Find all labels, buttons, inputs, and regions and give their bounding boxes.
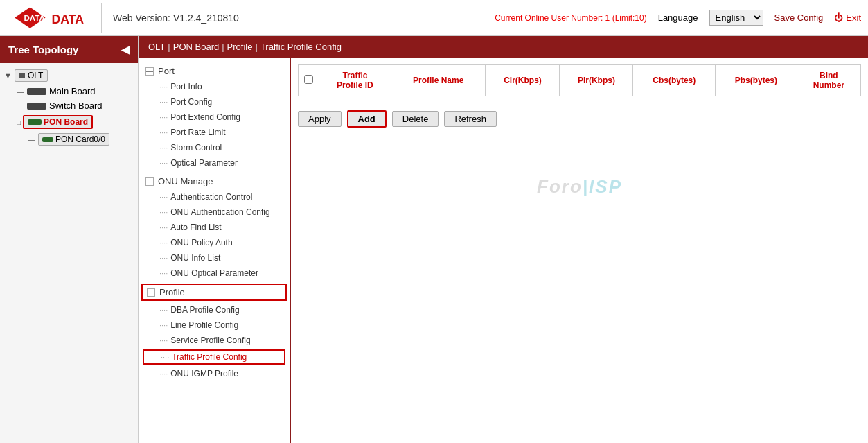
pon-board-badge: PON Board [23,115,93,129]
tree-dash-icon: — [17,87,24,96]
menu-label-onu-info-list: ONU Info List [170,253,220,263]
main-panel: TrafficProfile ID Profile Name Cir(Kbps)… [291,58,868,443]
port-section-header[interactable]: — Port [139,63,290,79]
refresh-button[interactable]: Refresh [444,111,497,127]
menu-label-auth-control: Authentication Control [170,192,252,202]
menu-label-port-extend-config: Port Extend Config [170,112,240,122]
dots-icon: ···· [159,98,168,106]
online-count: 1 [605,13,610,23]
menu-item-onu-info-list[interactable]: ···· ONU Info List [139,250,290,266]
menu-panel: — Port ···· Port Info ···· Port Config ·… [139,58,291,443]
delete-button[interactable]: Delete [392,111,439,127]
dots-icon: ···· [159,159,168,167]
menu-label-optical-parameter: Optical Parameter [170,158,238,168]
expand-pon-icon: □ [17,119,21,126]
dots-icon: ···· [159,144,168,152]
menu-label-onu-igmp-profile: ONU IGMP Profile [170,369,238,379]
add-button[interactable]: Add [347,110,387,128]
onu-manage-collapse-icon: — [145,177,154,186]
content-area: OLT | PON Board | Profile | Traffic Prof… [139,36,868,443]
menu-item-storm-control[interactable]: ···· Storm Control [139,140,290,155]
port-section-label: Port [158,66,175,76]
profile-section-label: Profile [159,287,185,297]
dots-icon: ···· [159,336,168,345]
sep3: | [255,42,257,52]
breadcrumb-traffic: Traffic Profile Config [260,42,342,52]
menu-item-traffic-profile[interactable]: ···· Traffic Profile Config [143,349,285,365]
sidebar-tree: ▼ OLT — Main Board — Switch Board □ [0,63,138,443]
onu-manage-section-label: ONU Manage [158,176,213,186]
menu-label-traffic-profile: Traffic Profile Config [172,352,247,362]
pon-card-label: PON Card0/0 [55,134,105,144]
port-collapse-icon: — [145,67,154,76]
logo-icon: DATA DATA [7,4,90,32]
menu-item-dba-profile[interactable]: ···· DBA Profile Config [139,302,290,318]
onu-manage-section-header[interactable]: — ONU Manage [139,173,290,189]
sidebar-item-pon-card[interactable]: — PON Card0/0 [0,131,138,148]
pon-card-badge: PON Card0/0 [38,133,109,146]
breadcrumb: OLT | PON Board | Profile | Traffic Prof… [139,36,868,58]
menu-item-optical-parameter[interactable]: ···· Optical Parameter [139,155,290,171]
dots-icon: ···· [159,128,168,137]
online-label: Current Online User Number: [495,13,603,23]
menu-label-onu-policy-auth: ONU Policy Auth [170,238,232,247]
olt-dot [19,73,25,78]
sidebar: Tree Topology ◀ ▼ OLT — Main Board — [0,36,139,443]
dots-icon: ···· [159,306,168,314]
watermark: Foro|ISP [291,134,868,225]
sep2: | [222,42,224,52]
menu-item-onu-igmp-profile[interactable]: ···· ONU IGMP Profile [139,366,290,381]
dots-icon: ···· [159,113,168,121]
sidebar-title: Tree Topology [8,44,78,55]
power-icon: ⏻ [834,12,843,23]
sidebar-item-pon-board[interactable]: □ PON Board [0,113,138,131]
menu-item-port-extend-config[interactable]: ···· Port Extend Config [139,110,290,125]
col-pbs: Pbs(bytes) [716,65,797,96]
menu-item-port-info[interactable]: ···· Port Info [139,79,290,94]
menu-label-onu-auth-config: ONU Authentication Config [170,207,269,217]
menu-item-onu-auth-config[interactable]: ···· ONU Authentication Config [139,205,290,220]
language-select[interactable]: English Chinese [709,10,763,26]
profile-section-header[interactable]: — Profile [141,284,287,301]
menu-item-onu-optical-param[interactable]: ···· ONU Optical Parameter [139,266,290,281]
sidebar-item-switch-board[interactable]: — Switch Board [0,98,138,113]
menu-item-line-profile[interactable]: ···· Line Profile Config [139,318,290,333]
header-right: Current Online User Number: 1 (Limit:10)… [495,10,861,26]
sidebar-header: Tree Topology ◀ [0,36,138,63]
main-layout: Tree Topology ◀ ▼ OLT — Main Board — [0,36,868,443]
sidebar-item-main-board[interactable]: — Main Board [0,84,138,98]
menu-item-service-profile[interactable]: ···· Service Profile Config [139,333,290,348]
menu-section-profile: — Profile ···· DBA Profile Config ···· L… [139,284,290,381]
switch-board-label: Switch Board [49,101,103,111]
dots-icon: ···· [159,223,168,232]
dots-icon: ···· [161,353,169,361]
menu-item-port-rate-limit[interactable]: ···· Port Rate Limit [139,125,290,140]
menu-item-port-config[interactable]: ···· Port Config [139,94,290,110]
table-wrapper: TrafficProfile ID Profile Name Cir(Kbps)… [291,58,868,103]
sidebar-toggle-icon[interactable]: ◀ [121,43,130,56]
dots-icon: ···· [159,193,168,201]
apply-button[interactable]: Apply [298,111,342,127]
exit-label: Exit [846,12,861,23]
middle-panel: — Port ···· Port Info ···· Port Config ·… [139,58,868,443]
sep1: | [168,42,170,52]
dots-icon: ···· [159,208,168,216]
menu-item-auto-find-list[interactable]: ···· Auto Find List [139,220,290,235]
svg-text:DATA: DATA [51,12,84,26]
menu-item-onu-policy-auth[interactable]: ···· ONU Policy Auth [139,235,290,250]
olt-label: OLT [28,71,43,80]
exit-button[interactable]: ⏻ Exit [834,12,861,23]
watermark-pipe: | [583,176,589,197]
dots-icon: ···· [159,321,168,329]
pon-board-label: PON Board [44,117,88,127]
menu-section-port: — Port ···· Port Info ···· Port Config ·… [139,63,290,171]
online-limit: (Limit:10) [612,13,647,23]
select-all-checkbox[interactable] [304,75,313,84]
dots-icon: ···· [159,238,168,247]
pon-card-device-icon [42,137,53,142]
online-user-info: Current Online User Number: 1 (Limit:10) [495,13,646,23]
save-config-button[interactable]: Save Config [774,12,824,23]
col-cir: Cir(Kbps) [486,65,560,96]
menu-item-auth-control[interactable]: ···· Authentication Control [139,189,290,205]
sidebar-item-olt[interactable]: ▼ OLT [0,67,138,84]
